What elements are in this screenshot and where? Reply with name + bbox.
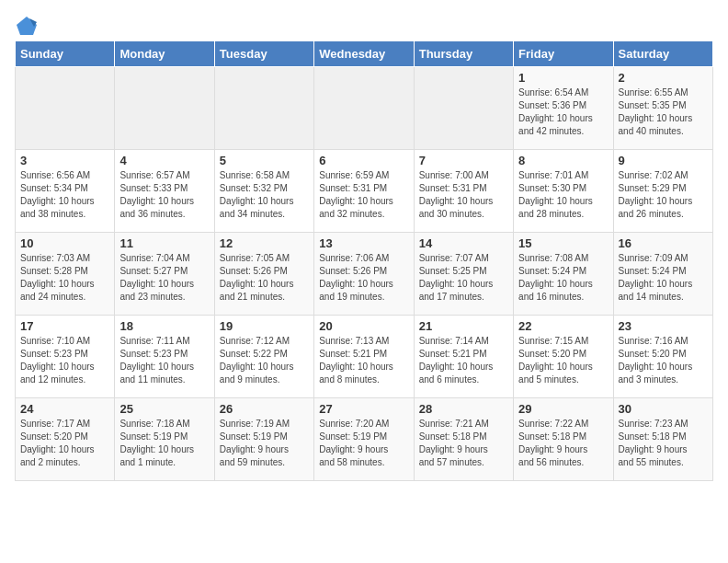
day-number: 14 [419,236,508,250]
day-number: 18 [119,319,209,333]
day-info: Sunrise: 7:15 AM Sunset: 5:20 PM Dayligh… [518,335,608,386]
day-number: 5 [220,154,309,167]
calendar-cell: 23Sunrise: 7:16 AM Sunset: 5:20 PM Dayli… [613,316,712,398]
day-number: 17 [20,319,109,333]
calendar-cell [214,67,313,150]
calendar-cell: 16Sunrise: 7:09 AM Sunset: 5:24 PM Dayli… [613,233,712,316]
calendar-cell: 15Sunrise: 7:08 AM Sunset: 5:24 PM Dayli… [514,233,613,316]
calendar-cell: 30Sunrise: 7:23 AM Sunset: 5:18 PM Dayli… [613,398,712,481]
day-number: 24 [20,402,109,416]
calendar-cell: 4Sunrise: 6:57 AM Sunset: 5:33 PM Daylig… [115,150,214,233]
day-number: 12 [220,236,309,250]
calendar-cell: 11Sunrise: 7:04 AM Sunset: 5:27 PM Dayli… [115,233,214,316]
day-info: Sunrise: 7:21 AM Sunset: 5:18 PM Dayligh… [419,418,508,469]
day-number: 27 [319,402,408,416]
day-number: 30 [619,402,708,416]
day-info: Sunrise: 7:01 AM Sunset: 5:30 PM Dayligh… [518,169,608,221]
day-info: Sunrise: 7:04 AM Sunset: 5:27 PM Dayligh… [119,252,209,304]
calendar-table: SundayMondayTuesdayWednesdayThursdayFrid… [15,40,713,481]
weekday-header-monday: Monday [115,41,214,67]
day-number: 1 [518,71,608,85]
day-info: Sunrise: 7:09 AM Sunset: 5:24 PM Dayligh… [619,252,708,304]
calendar-cell: 3Sunrise: 6:56 AM Sunset: 5:34 PM Daylig… [16,150,115,233]
day-number: 19 [220,319,309,333]
day-number: 4 [119,154,209,167]
calendar-cell: 29Sunrise: 7:22 AM Sunset: 5:18 PM Dayli… [514,398,613,481]
calendar-cell: 2Sunrise: 6:55 AM Sunset: 5:35 PM Daylig… [613,67,712,150]
day-info: Sunrise: 6:57 AM Sunset: 5:33 PM Dayligh… [119,169,209,221]
week-row-2: 3Sunrise: 6:56 AM Sunset: 5:34 PM Daylig… [16,150,713,233]
calendar-cell: 14Sunrise: 7:07 AM Sunset: 5:25 PM Dayli… [414,233,513,316]
calendar-cell [414,67,513,150]
day-info: Sunrise: 7:05 AM Sunset: 5:26 PM Dayligh… [220,252,309,304]
day-number: 20 [319,319,408,333]
day-number: 7 [419,154,508,167]
calendar-cell: 10Sunrise: 7:03 AM Sunset: 5:28 PM Dayli… [16,233,115,316]
calendar-cell: 26Sunrise: 7:19 AM Sunset: 5:19 PM Dayli… [214,398,313,481]
day-info: Sunrise: 7:14 AM Sunset: 5:21 PM Dayligh… [419,335,508,386]
day-number: 11 [119,236,209,250]
day-info: Sunrise: 7:00 AM Sunset: 5:31 PM Dayligh… [419,169,508,221]
day-info: Sunrise: 7:13 AM Sunset: 5:21 PM Dayligh… [319,335,408,386]
day-number: 8 [518,154,608,167]
day-info: Sunrise: 6:59 AM Sunset: 5:31 PM Dayligh… [319,169,408,221]
day-info: Sunrise: 7:06 AM Sunset: 5:26 PM Dayligh… [319,252,408,304]
week-row-5: 24Sunrise: 7:17 AM Sunset: 5:20 PM Dayli… [16,398,713,481]
calendar-cell: 20Sunrise: 7:13 AM Sunset: 5:21 PM Dayli… [314,316,414,398]
calendar-cell: 5Sunrise: 6:58 AM Sunset: 5:32 PM Daylig… [214,150,313,233]
logo-bird-icon [17,15,37,35]
calendar-cell: 27Sunrise: 7:20 AM Sunset: 5:19 PM Dayli… [314,398,414,481]
day-info: Sunrise: 7:10 AM Sunset: 5:23 PM Dayligh… [20,335,109,386]
calendar-cell: 1Sunrise: 6:54 AM Sunset: 5:36 PM Daylig… [514,67,613,150]
calendar-cell: 18Sunrise: 7:11 AM Sunset: 5:23 PM Dayli… [115,316,214,398]
day-number: 22 [518,319,608,333]
day-info: Sunrise: 6:56 AM Sunset: 5:34 PM Dayligh… [20,169,109,221]
weekday-header-wednesday: Wednesday [314,41,414,67]
day-info: Sunrise: 7:22 AM Sunset: 5:18 PM Dayligh… [518,418,608,469]
day-info: Sunrise: 7:03 AM Sunset: 5:28 PM Dayligh… [20,252,109,304]
day-number: 25 [119,402,209,416]
calendar-cell: 13Sunrise: 7:06 AM Sunset: 5:26 PM Dayli… [314,233,414,316]
day-number: 9 [619,154,708,167]
weekday-header-thursday: Thursday [414,41,513,67]
day-info: Sunrise: 7:18 AM Sunset: 5:19 PM Dayligh… [119,418,209,469]
calendar-cell: 25Sunrise: 7:18 AM Sunset: 5:19 PM Dayli… [115,398,214,481]
weekday-header-sunday: Sunday [16,41,115,67]
day-number: 3 [20,154,109,167]
weekday-header-friday: Friday [514,41,613,67]
day-info: Sunrise: 7:07 AM Sunset: 5:25 PM Dayligh… [419,252,508,304]
week-row-3: 10Sunrise: 7:03 AM Sunset: 5:28 PM Dayli… [16,233,713,316]
day-number: 6 [319,154,408,167]
day-number: 16 [619,236,708,250]
week-row-4: 17Sunrise: 7:10 AM Sunset: 5:23 PM Dayli… [16,316,713,398]
header [15,15,713,31]
day-number: 23 [619,319,708,333]
day-info: Sunrise: 7:12 AM Sunset: 5:22 PM Dayligh… [220,335,309,386]
weekday-header-row: SundayMondayTuesdayWednesdayThursdayFrid… [16,41,713,67]
day-number: 26 [220,402,309,416]
day-info: Sunrise: 6:54 AM Sunset: 5:36 PM Dayligh… [518,86,608,138]
calendar-cell: 19Sunrise: 7:12 AM Sunset: 5:22 PM Dayli… [214,316,313,398]
calendar-cell: 12Sunrise: 7:05 AM Sunset: 5:26 PM Dayli… [214,233,313,316]
day-info: Sunrise: 7:02 AM Sunset: 5:29 PM Dayligh… [619,169,708,221]
calendar-cell [314,67,414,150]
calendar-cell [16,67,115,150]
day-info: Sunrise: 6:55 AM Sunset: 5:35 PM Dayligh… [619,86,708,138]
calendar-cell: 21Sunrise: 7:14 AM Sunset: 5:21 PM Dayli… [414,316,513,398]
day-info: Sunrise: 7:17 AM Sunset: 5:20 PM Dayligh… [20,418,109,469]
day-number: 15 [518,236,608,250]
calendar-cell: 8Sunrise: 7:01 AM Sunset: 5:30 PM Daylig… [514,150,613,233]
calendar-cell: 22Sunrise: 7:15 AM Sunset: 5:20 PM Dayli… [514,316,613,398]
weekday-header-saturday: Saturday [613,41,712,67]
day-number: 13 [319,236,408,250]
calendar-cell: 9Sunrise: 7:02 AM Sunset: 5:29 PM Daylig… [613,150,712,233]
day-number: 10 [20,236,109,250]
day-info: Sunrise: 7:08 AM Sunset: 5:24 PM Dayligh… [518,252,608,304]
calendar-cell: 7Sunrise: 7:00 AM Sunset: 5:31 PM Daylig… [414,150,513,233]
calendar-cell [115,67,214,150]
calendar-cell: 24Sunrise: 7:17 AM Sunset: 5:20 PM Dayli… [16,398,115,481]
day-info: Sunrise: 7:23 AM Sunset: 5:18 PM Dayligh… [619,418,708,469]
day-number: 29 [518,402,608,416]
day-info: Sunrise: 7:20 AM Sunset: 5:19 PM Dayligh… [319,418,408,469]
day-number: 2 [619,71,708,85]
